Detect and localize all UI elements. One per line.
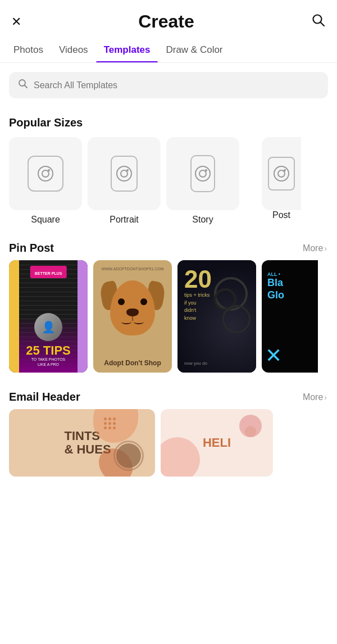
camera-icon bbox=[38, 166, 53, 182]
pin-post-card-2[interactable]: WWW.ADOPTDONTSHOP51.COM Adopt Don' bbox=[93, 260, 172, 373]
pin4-prefix: ALL • bbox=[267, 271, 318, 277]
page-title: Create bbox=[138, 11, 194, 32]
pin-post-title: Pin Post bbox=[9, 242, 54, 255]
pin-post-card-4[interactable]: ALL • BlaGlo ✕ bbox=[262, 260, 318, 373]
svg-line-1 bbox=[320, 22, 324, 26]
size-post-box bbox=[262, 137, 301, 210]
pin-post-card-3[interactable]: 20 tips + tricksif youdidn'tknow now you… bbox=[177, 260, 256, 373]
size-square-icon bbox=[28, 156, 63, 192]
chevron-right-icon-2: › bbox=[324, 393, 327, 402]
size-square-box bbox=[9, 137, 82, 210]
tab-videos[interactable]: Videos bbox=[51, 38, 96, 62]
pin-post-more-label: More bbox=[303, 243, 323, 253]
dog-card-url: WWW.ADOPTDONTSHOP51.COM bbox=[93, 264, 172, 271]
pin-post-cards: BETTER PLUS 👤 25 TIPS TO TAKE PHOTOSLIKE… bbox=[0, 260, 337, 382]
camera-icon bbox=[116, 166, 132, 182]
email-header-more-btn[interactable]: More › bbox=[303, 392, 328, 402]
popular-sizes-title: Popular Sizes bbox=[9, 116, 328, 129]
sizes-row: Square Portrait Story bbox=[9, 137, 328, 228]
search-bar[interactable] bbox=[9, 72, 328, 98]
size-portrait[interactable]: Portrait bbox=[88, 137, 161, 225]
close-icon[interactable]: ✕ bbox=[11, 15, 21, 29]
tab-bar: Photos Videos Templates Draw & Color bbox=[0, 38, 337, 63]
size-portrait-label: Portrait bbox=[110, 215, 139, 225]
camera-icon bbox=[195, 166, 211, 182]
pin-post-card-1[interactable]: BETTER PLUS 👤 25 TIPS TO TAKE PHOTOSLIKE… bbox=[9, 260, 88, 373]
chevron-right-icon: › bbox=[324, 244, 327, 253]
size-square[interactable]: Square bbox=[9, 137, 82, 225]
email-card-2[interactable]: HELI bbox=[161, 409, 273, 477]
camera-icon bbox=[274, 166, 289, 182]
pin4-cross: ✕ bbox=[265, 346, 282, 366]
tab-templates[interactable]: Templates bbox=[96, 38, 158, 62]
size-post-label: Post bbox=[272, 210, 290, 220]
email-header-section-header: Email Header More › bbox=[0, 382, 337, 409]
tab-draw-color[interactable]: Draw & Color bbox=[158, 38, 230, 62]
header: ✕ Create bbox=[0, 0, 337, 38]
pin-post-more-btn[interactable]: More › bbox=[303, 243, 328, 253]
pin-1-subtext: TO TAKE PHOTOSLIKE A PRO bbox=[9, 357, 88, 367]
search-input[interactable] bbox=[34, 80, 319, 90]
tab-photos[interactable]: Photos bbox=[6, 38, 51, 62]
pin-1-badge: BETTER PLUS bbox=[35, 271, 62, 275]
popular-sizes-section: Popular Sizes Square Por bbox=[0, 107, 337, 233]
email-header-cards: TINTS& HUES HELI bbox=[0, 409, 337, 486]
search-icon[interactable] bbox=[311, 13, 326, 31]
email-dots-decoration bbox=[104, 418, 116, 429]
email-more-label: More bbox=[303, 392, 323, 402]
pin4-text: BlaGlo bbox=[267, 277, 318, 301]
size-story-icon bbox=[190, 155, 215, 192]
svg-line-3 bbox=[25, 85, 28, 88]
size-square-label: Square bbox=[31, 215, 60, 225]
size-post[interactable]: Post bbox=[245, 137, 318, 225]
gears-number: 20 bbox=[184, 267, 212, 292]
email-card-2-text: HELI bbox=[203, 436, 231, 450]
search-bar-icon bbox=[18, 79, 28, 92]
size-story-box bbox=[166, 137, 239, 210]
pin-post-header: Pin Post More › bbox=[0, 233, 337, 260]
size-portrait-icon bbox=[111, 156, 138, 192]
pin-1-number: 25 TIPS bbox=[9, 344, 88, 357]
email-header-title: Email Header bbox=[9, 391, 80, 403]
dog-card-text: Adopt Don't Shop bbox=[93, 359, 172, 367]
size-story-label: Story bbox=[192, 215, 213, 225]
size-story[interactable]: Story bbox=[166, 137, 239, 225]
gears-footer: now you do bbox=[184, 361, 207, 366]
gears-text: tips + tricksif youdidn'tknow bbox=[184, 292, 210, 322]
size-post-icon bbox=[268, 157, 295, 191]
size-portrait-box bbox=[88, 137, 161, 210]
email-card-1[interactable]: TINTS& HUES bbox=[9, 409, 155, 477]
